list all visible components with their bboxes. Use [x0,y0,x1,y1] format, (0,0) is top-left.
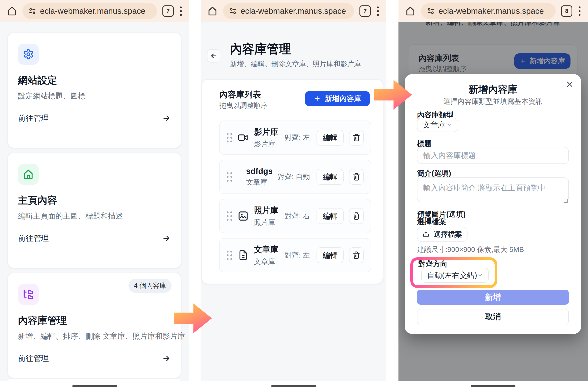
library-count-badge: 4 個內容庫 [128,278,172,293]
menu-kebab-icon[interactable] [179,6,183,16]
gear-icon [18,44,39,65]
card-description: 編輯主頁面的主圖、標題和描述 [18,211,123,221]
folder-tree-icon [18,284,39,305]
tab-counter[interactable]: 7 [162,6,174,17]
document-icon [238,250,248,261]
drag-handle-icon[interactable] [227,212,232,221]
type-select-value: 文章庫 [423,120,446,130]
image-icon [238,210,248,222]
library-row[interactable]: 影片庫 影片庫 對齊: 左 編輯 [219,120,371,155]
card-description: 新增、編輯、排序、刪除 文章庫、照片庫和影片庫 [18,331,185,341]
list-subtitle: 拖曳以調整順序 [219,101,268,110]
upload-icon [422,231,430,238]
site-settings-icon[interactable] [28,7,36,15]
menu-kebab-icon[interactable] [578,6,581,16]
row-type: 照片庫 [254,218,279,227]
site-settings-icon[interactable] [427,7,435,15]
row-title: 照片庫123 [254,205,279,216]
row-type: 文章庫 [254,257,279,266]
gesture-bar[interactable] [72,385,117,387]
row-title: 影片庫 [254,126,279,138]
phone-screenshot-middle: ecla-webmaker.manus.space 7 內容庫管理 新增、編輯、… [200,0,386,381]
page-title: 內容庫管理 [230,41,291,58]
home-icon[interactable] [207,6,218,16]
phone-screenshot-left: ecla-webmaker.manus.space 7 網站設定 設定網站標題、… [0,0,189,381]
site-settings-icon[interactable] [229,7,237,15]
row-align: 對齊: 左 [284,250,310,260]
align-select-value: 自動(左右交錯) [427,270,477,280]
url-text: ecla-webmaker.manus.space [438,6,544,16]
delete-button[interactable] [349,208,364,224]
delete-button[interactable] [349,247,364,263]
resize-grip-icon[interactable] [564,199,568,203]
card-footer-link[interactable]: 前往管理 [18,113,171,124]
manage-link-label[interactable]: 前往管理 [18,353,49,364]
card-home-content: 主頁內容 編輯主頁面的主圖、標題和描述 前往管理 [8,153,181,268]
tab-counter[interactable]: 8 [561,6,572,17]
card-content-library: 4 個內容庫 內容庫管理 新增、編輯、排序、刪除 文章庫、照片庫和影片庫 前往管… [8,273,181,378]
edit-button[interactable]: 編輯 [316,247,344,263]
drag-handle-icon[interactable] [227,172,232,182]
submit-button[interactable]: 新增 [417,290,569,305]
home-icon[interactable] [7,6,17,16]
edit-button[interactable]: 編輯 [316,130,344,146]
title-input[interactable] [417,147,569,164]
drag-handle-icon[interactable] [227,251,232,260]
tab-counter[interactable]: 7 [360,6,371,17]
chevron-down-icon [447,122,452,128]
preview-sublabel: 選擇檔案 [417,217,446,227]
row-align: 對齊: 右 [284,211,310,221]
library-row[interactable]: 照片庫123 照片庫 對齊: 右 編輯 [219,199,371,233]
video-icon [238,132,248,143]
manage-link-label[interactable]: 前往管理 [18,113,49,124]
add-library-button[interactable]: 新增內容庫 [305,91,370,106]
modal-title: 新增內容庫 [405,83,581,96]
arrow-right-icon [162,354,171,363]
row-align: 對齊: 左 [284,133,310,142]
card-footer-link[interactable]: 前往管理 [18,233,171,244]
url-bar[interactable]: ecla-webmaker.manus.space [223,3,354,19]
url-text: ecla-webmaker.manus.space [240,6,346,16]
card-title: 網站設定 [18,74,57,87]
url-bar[interactable]: ecla-webmaker.manus.space [421,3,556,19]
card-footer-link[interactable]: 前往管理 [18,353,171,364]
card-title: 主頁內容 [18,194,57,207]
align-select[interactable]: 自動(左右交錯) [421,268,489,283]
menu-kebab-icon[interactable] [376,6,380,16]
home-icon[interactable] [405,6,416,16]
manage-link-label[interactable]: 前往管理 [18,233,49,244]
align-label: 對齊方向 [418,259,448,269]
browser-bar: ecla-webmaker.manus.space 7 [0,0,189,22]
intro-textarea[interactable] [417,178,569,202]
house-icon [18,164,39,185]
gesture-bar[interactable] [271,385,316,387]
library-list-card: 內容庫列表 拖曳以調整順序 新增內容庫 影片庫 影片庫 對齊: 左 編輯 [202,79,383,284]
arrow-right-icon [162,234,171,243]
choose-file-button[interactable]: 選擇檔案 [417,227,468,242]
drag-handle-icon[interactable] [227,133,232,142]
card-description: 設定網站標題、圖標 [18,91,86,101]
library-row[interactable]: sdfdgsfdgsd 文章庫 對齊: 自動 編輯 [219,160,371,194]
url-bar[interactable]: ecla-webmaker.manus.space [22,3,157,19]
modal-subtitle: 選擇內容庫類型並填寫基本資訊 [405,97,581,106]
cancel-button[interactable]: 取消 [417,309,569,324]
card-title: 內容庫管理 [18,314,67,327]
delete-button[interactable] [349,169,364,185]
browser-bar: ecla-webmaker.manus.space 8 [398,0,588,22]
page-subtitle: 新增、編輯、刪除文章庫、照片庫和影片庫 [230,59,361,68]
edit-button[interactable]: 編輯 [316,169,344,185]
gesture-bar[interactable] [471,385,516,387]
back-button[interactable] [207,49,220,62]
url-text: ecla-webmaker.manus.space [40,6,145,16]
card-site-settings: 網站設定 設定網站標題、圖標 前往管理 [8,32,181,148]
row-title: 文章庫 [254,244,279,255]
next-card-edge [8,378,181,381]
edit-button[interactable]: 編輯 [316,208,344,224]
browser-bar: ecla-webmaker.manus.space 7 [200,0,386,22]
type-select[interactable]: 文章庫 [417,118,458,132]
add-library-modal: 新增內容庫 選擇內容庫類型並填寫基本資訊 內容庫類型 文章庫 標題 簡介(選填)… [405,74,581,334]
library-row[interactable]: 文章庫 文章庫 對齊: 左 編輯 [219,238,371,272]
row-title: sdfdgsfdgsd [246,166,272,176]
row-align: 對齊: 自動 [278,172,310,182]
delete-button[interactable] [349,130,364,146]
